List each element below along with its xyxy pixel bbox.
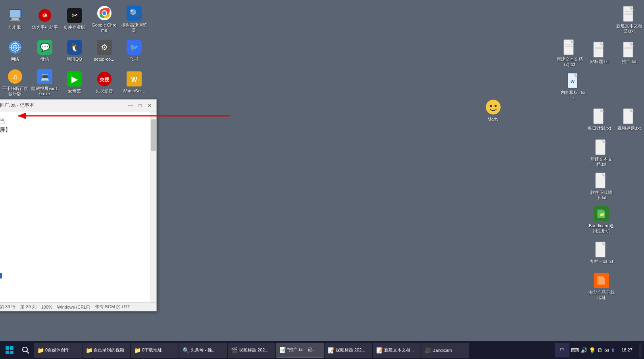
svg-text:💬: 💬 <box>40 42 50 52</box>
icon-chrome-label: Google Chrome <box>91 23 117 33</box>
status-line: 第 39 行 <box>0 304 15 310</box>
svg-point-13 <box>102 11 106 15</box>
window-controls: — □ ✕ <box>127 102 153 109</box>
icon-tuiguang-right-label: 推广.txt <box>622 59 636 64</box>
start-button[interactable] <box>2 342 17 358</box>
svg-point-76 <box>494 105 496 107</box>
svg-text:🔍: 🔍 <box>129 8 139 18</box>
projscreen-icon: 💻 <box>37 69 53 84</box>
icon-kaitou[interactable]: 新建文本文档 (2).txt <box>555 37 584 69</box>
icon-meiriri[interactable]: 每日计划.txt <box>584 104 614 136</box>
notepad-text-area[interactable]: 当 屏】 <box>0 111 150 302</box>
wamp-icon: W <box>126 71 142 87</box>
tray-icon-2[interactable]: 🔊 <box>581 347 587 353</box>
icon-pc[interactable]: 此电脑 <box>0 3 30 35</box>
notepad-window: 推广.txt - 记事本 — □ ✕ 当 屏】 第 39 行 第 39 列 10… <box>0 99 157 311</box>
svg-rect-83 <box>10 351 13 354</box>
haobi-icon <box>592 42 607 58</box>
tray-icon-3[interactable]: 💡 <box>589 347 596 353</box>
svg-rect-5 <box>10 10 20 17</box>
tray-time-value: 18:27 <box>617 347 637 353</box>
marty-icon-container[interactable]: Marty <box>474 99 512 122</box>
right-row-ruanjian: 软件下载地下.txt <box>586 171 644 202</box>
meiriri-icon <box>592 108 607 124</box>
tray-icon-6[interactable]: ⬆ <box>611 347 615 353</box>
icon-feishu[interactable]: 🐦 飞书 <box>119 35 149 67</box>
tray-icon-1[interactable]: ⌨ <box>571 347 579 353</box>
maximize-button[interactable]: □ <box>136 102 144 109</box>
svg-point-75 <box>490 105 492 107</box>
icon-iqiyi[interactable]: ▶ 爱奇艺 <box>60 67 89 98</box>
icon-setup[interactable]: ⚙ setup-co... <box>89 35 119 67</box>
feishu-icon: 🐦 <box>126 39 142 55</box>
taskbar-btn-ziluship[interactable]: 📁 自己录制的视频 <box>83 343 130 358</box>
icon-jianying[interactable]: ✂ 剪映专业版 <box>60 3 89 35</box>
icon-chrome[interactable]: Google Chrome <box>89 3 119 35</box>
taskbar-btn-tuiguang[interactable]: 📝 *推广.txt - 记... <box>276 343 324 358</box>
icon-newtxt3[interactable]: 新建文本文档.txt <box>586 137 616 169</box>
icon-shipinti[interactable]: 视频标题.txt <box>614 104 644 136</box>
taskbar-btn-xiazaidi[interactable]: 📁 0下载地址 <box>131 343 179 358</box>
language-button[interactable]: 中 <box>555 343 569 357</box>
svg-rect-82 <box>6 351 9 354</box>
taskbar-btn-zimeiti[interactable]: 📁 0自媒体创作 <box>34 343 82 358</box>
icon-newtxt2[interactable]: 新建文本文档 (2).txt <box>614 4 644 36</box>
icon-haobi[interactable]: 好标题.txt <box>584 37 614 69</box>
tray-icon-4[interactable]: 🖥 <box>597 347 603 353</box>
icon-cctv[interactable]: 央视 央视影音 <box>89 67 119 98</box>
icon-huawei[interactable]: 华 华为手机助手 <box>30 3 60 35</box>
svg-rect-81 <box>10 346 13 350</box>
icon-kaitou-label: 新建文本文档 (2).txt <box>556 57 583 67</box>
zimeiti-icon: 📁 <box>37 347 44 353</box>
icon-tuiguang-right[interactable]: 推广.txt <box>614 37 644 69</box>
taskbar-btn-toutiao[interactable]: 🔍 头条号 - 挽... <box>179 343 227 358</box>
tuiguang-task-icon: 📝 <box>279 347 286 353</box>
browser-icon: 🔍 <box>126 5 142 21</box>
icon-music[interactable]: ♫ 千千静听百度音乐版 <box>0 67 30 98</box>
icon-zhuanlan[interactable]: 专栏一txt.txt <box>586 237 616 269</box>
tray-clock[interactable]: 18:27 <box>617 347 637 353</box>
zimeiti-label: 0自媒体创作 <box>45 347 69 353</box>
right-row-meiriri: 每日计划.txt 视频标题.txt <box>584 104 644 136</box>
close-button[interactable]: ✕ <box>146 102 153 109</box>
icon-bandicam-desktop[interactable]: 📁 Bandicam 通用注册机 <box>586 204 616 236</box>
notepad-scrollbar[interactable] <box>150 111 156 302</box>
taskbar-btn-shipin202b[interactable]: 📝 视频标题 202... <box>325 343 372 358</box>
iqiyi-icon: ▶ <box>67 71 83 87</box>
music-icon: ♫ <box>7 69 23 84</box>
taskbar-btn-shipin202[interactable]: 🎬 视频标题 202... <box>228 343 275 358</box>
window-titlebar[interactable]: 推广.txt - 记事本 — □ ✕ <box>0 100 156 111</box>
icon-setup-label: setup-co... <box>94 57 114 62</box>
svg-text:💻: 💻 <box>40 73 50 81</box>
svg-text:📁: 📁 <box>600 212 605 217</box>
svg-text:华: 华 <box>42 13 48 19</box>
icon-projscreen[interactable]: 💻 隐藏投屏win10.exe <box>30 67 60 98</box>
icon-wamp[interactable]: W WampSer... <box>119 67 149 98</box>
minimize-button[interactable]: — <box>127 102 134 109</box>
icon-shipinti-label: 视频标题.txt <box>617 126 641 131</box>
icon-browser[interactable]: 🔍 搜狗高速浏览器 <box>119 3 149 35</box>
window-content: 当 屏】 <box>0 111 156 302</box>
taskbar-search-button[interactable] <box>18 343 33 358</box>
shipinti-icon <box>621 108 637 124</box>
icon-neirong[interactable]: W 内容模板.docx <box>559 71 588 102</box>
setup-icon: ⚙ <box>96 39 112 55</box>
icon-row-1: 此电脑 华 华为手机助手 ✂ 剪映专业版 <box>0 3 151 35</box>
icon-network[interactable]: 网络 <box>0 35 30 67</box>
icon-wechat[interactable]: 💬 微信 <box>30 35 60 67</box>
tuiguang-icon <box>621 42 637 58</box>
neirong-icon: W <box>566 73 582 88</box>
icon-bandicam-desktop-label: Bandicam 通用注册机 <box>588 223 615 234</box>
icon-qq-label: 腾讯QQ <box>67 57 82 62</box>
tray-icon-5[interactable]: ✉ <box>604 347 609 353</box>
icon-ruanjian[interactable]: 软件下载地下.txt <box>586 171 616 202</box>
lang-label: 中 <box>560 347 565 353</box>
taskbar-btn-bandicam[interactable]: 🎥 Bandicam <box>421 343 469 358</box>
scrollbar-thumb[interactable] <box>151 119 156 151</box>
icon-qq[interactable]: 🐧 腾讯QQ <box>60 35 89 67</box>
desktop-icons-right: 新建文本文档 (2).txt 新建文本文档 (2).txt <box>525 4 644 304</box>
icon-taobao[interactable]: 淘宝产品下载地址 <box>586 271 616 302</box>
show-desktop-button[interactable] <box>639 343 642 358</box>
icon-music-label: 千千静听百度音乐版 <box>2 86 28 96</box>
taskbar-btn-newtxt[interactable]: 📝 新建文本文档... <box>373 343 421 358</box>
